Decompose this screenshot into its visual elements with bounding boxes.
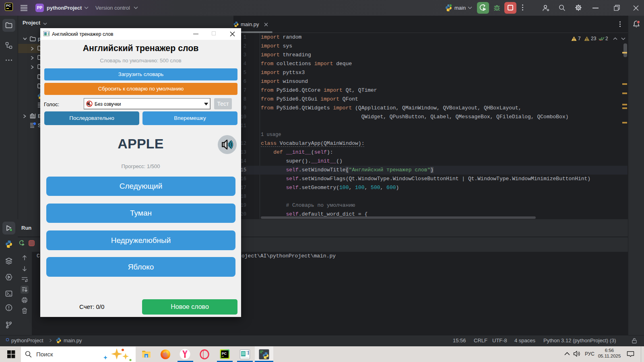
svg-text:PC: PC: [222, 352, 227, 356]
